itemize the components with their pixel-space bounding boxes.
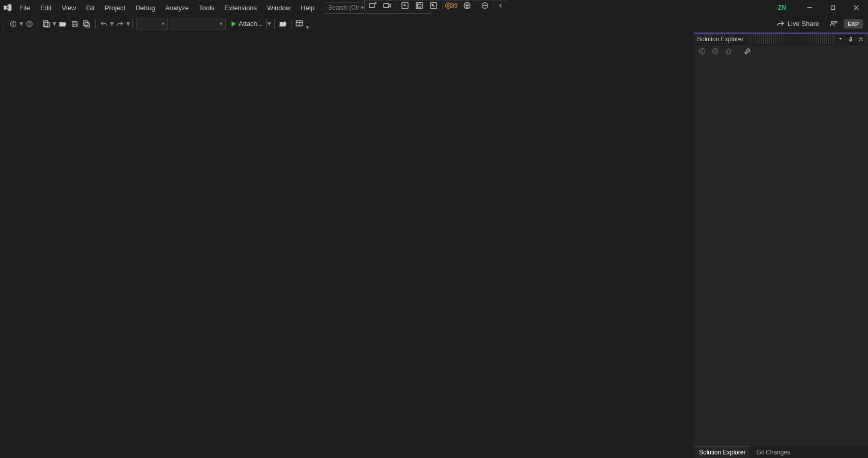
separator [274, 19, 275, 28]
do-not-disturb-icon[interactable] [478, 1, 491, 10]
window-capture-icon[interactable] [413, 1, 426, 10]
svg-rect-1 [384, 4, 389, 8]
svg-point-23 [831, 21, 833, 23]
attach-debugger-button[interactable]: Attach... [227, 18, 266, 30]
separator [38, 19, 38, 28]
svg-point-6 [446, 3, 451, 9]
accessibility-icon[interactable] [460, 1, 474, 10]
nav-forward-button[interactable] [23, 18, 36, 30]
separator [738, 47, 738, 55]
close-button[interactable] [845, 0, 868, 15]
menu-git[interactable]: Git [81, 2, 100, 14]
svg-rect-4 [418, 4, 421, 7]
separator [442, 2, 443, 9]
find-in-files-button[interactable] [277, 18, 289, 30]
menu-project[interactable]: Project [100, 2, 130, 14]
solution-explorer-panel: Solution Explorer [694, 33, 868, 458]
svg-rect-19 [74, 21, 76, 23]
tab-git-changes[interactable]: Git Changes [751, 446, 796, 458]
menu-window[interactable]: Window [262, 2, 296, 14]
chevron-down-icon: ▼ [161, 21, 165, 26]
redo-button[interactable] [114, 18, 126, 30]
svg-rect-3 [416, 3, 422, 9]
fullscreen-capture-icon[interactable] [427, 1, 440, 10]
svg-point-9 [467, 4, 468, 5]
pointer-capture-icon[interactable] [398, 1, 412, 10]
separator [132, 19, 133, 28]
undo-button[interactable] [98, 18, 110, 30]
separator [476, 2, 476, 9]
svg-rect-16 [43, 21, 48, 26]
panel-bottom-tabs: Solution Explorer Git Changes [694, 446, 868, 458]
svg-rect-0 [369, 4, 374, 8]
live-share-button[interactable]: Live Share [772, 18, 823, 30]
menu-edit[interactable]: Edit [35, 2, 56, 14]
redo-dropdown[interactable]: ▼ [126, 20, 130, 27]
svg-rect-20 [296, 21, 302, 26]
vs-logo-icon [1, 3, 14, 12]
menu-analyze[interactable]: Analyze [160, 2, 194, 14]
toolbar-right: Live Share EXP [772, 18, 866, 30]
maximize-button[interactable] [821, 0, 845, 15]
panel-back-icon[interactable] [697, 46, 707, 56]
tab-solution-explorer[interactable]: Solution Explorer [694, 446, 751, 458]
solution-platform-combo[interactable]: ▼ [171, 18, 226, 30]
panel-options-dropdown[interactable] [836, 35, 845, 43]
separator [494, 2, 494, 9]
feedback-button[interactable] [827, 18, 840, 30]
properties-wrench-icon[interactable] [742, 46, 753, 56]
svg-point-14 [11, 21, 16, 26]
exp-button[interactable]: EXP [844, 19, 863, 28]
menu-view[interactable]: View [56, 2, 81, 14]
svg-point-15 [27, 21, 33, 26]
menu-tools[interactable]: Tools [194, 2, 219, 14]
user-avatar[interactable]: ZN [775, 3, 789, 13]
separator [291, 19, 292, 28]
new-project-dropdown[interactable]: ▼ [52, 20, 56, 27]
svg-rect-13 [831, 6, 835, 10]
pin-icon[interactable] [847, 35, 855, 43]
panel-toolbar [694, 45, 868, 58]
attach-dropdown[interactable]: ▼ [266, 18, 272, 30]
nav-back-button[interactable] [7, 18, 19, 30]
save-button[interactable] [69, 18, 81, 30]
separator [396, 2, 396, 9]
attach-label: Attach... [239, 20, 263, 27]
save-all-button[interactable] [81, 18, 93, 30]
menu-debug[interactable]: Debug [130, 2, 160, 14]
main-area: Solution Explorer [0, 33, 868, 458]
titlebar-right: ZN [775, 0, 868, 15]
undo-dropdown[interactable]: ▼ [110, 20, 114, 27]
snip-new-icon[interactable] [366, 1, 380, 10]
main-menu: File Edit View Git Project Debug Analyze… [14, 2, 320, 14]
title-bar: File Edit View Git Project Debug Analyze… [0, 0, 868, 15]
panel-forward-icon[interactable] [710, 46, 720, 56]
notification-count[interactable]: 39 [445, 1, 459, 10]
standard-toolbar: ▼ ▼ ▼ ▼ ▼ ▼ Attach... ▼ ▾ [0, 15, 868, 33]
panel-title: Solution Explorer [697, 36, 746, 43]
close-panel-icon[interactable] [857, 35, 865, 43]
nav-back-dropdown[interactable]: ▼ [19, 20, 23, 27]
svg-point-24 [700, 49, 705, 54]
home-icon[interactable] [724, 46, 734, 56]
window-layout-button[interactable] [294, 18, 306, 30]
svg-point-7 [447, 5, 449, 7]
menu-help[interactable]: Help [296, 2, 320, 14]
menu-file[interactable]: File [14, 2, 35, 14]
window-layout-dropdown[interactable]: ▾ [306, 23, 310, 31]
separator [95, 19, 96, 28]
svg-rect-18 [73, 24, 76, 26]
panel-header: Solution Explorer [694, 34, 868, 45]
minimize-button[interactable] [798, 0, 821, 15]
chevron-down-icon: ▼ [219, 21, 223, 26]
solution-config-combo[interactable]: ▼ [136, 18, 168, 30]
toolbar-grip[interactable] [2, 19, 5, 29]
open-file-button[interactable] [56, 18, 69, 30]
editor-empty-area [0, 33, 694, 458]
quick-action-bar: 39 [364, 0, 507, 11]
record-icon[interactable] [381, 1, 394, 10]
menu-extensions[interactable]: Extensions [219, 2, 262, 14]
new-project-button[interactable] [40, 18, 52, 30]
chevron-left-icon[interactable] [496, 1, 505, 10]
live-share-label: Live Share [788, 20, 819, 27]
